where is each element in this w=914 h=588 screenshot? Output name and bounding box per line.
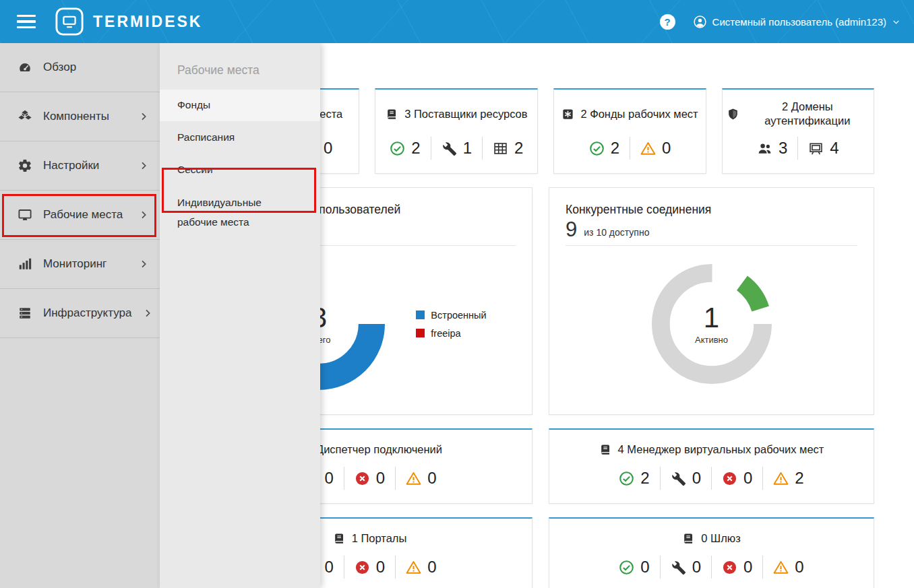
stat-error-circle: 0 [344,556,395,579]
flyout-item-raspisaniya[interactable]: Расписания [160,121,320,154]
sidebar-item-settings[interactable]: Настройки [0,141,160,191]
stat-error-circle: 0 [344,467,395,490]
chevron-down-icon [892,18,901,26]
available-label: из 10 доступно [584,227,649,240]
sidebar-item-label: Настройки [43,159,127,172]
journal-icon [333,532,346,545]
infrastructure-icon [18,306,32,321]
stat-value: 2 [795,469,803,488]
stat-value: 0 [743,469,752,488]
brand: TERMIDESK [55,7,202,36]
stat-error-circle: 0 [711,467,762,490]
chart-legend: Встроенный freeipa [416,310,486,339]
flyout-item-sessii[interactable]: Сессии [160,154,320,187]
sidebar-item-workplaces[interactable]: Рабочие места [0,191,160,240]
warning-triangle-icon [640,141,656,156]
warning-triangle-icon [773,471,789,486]
sidebar-item-infrastructure[interactable]: Инфраструктура [0,289,160,338]
chevron-right-icon [138,111,149,122]
stat-check-circle: 2 [379,137,430,160]
card-title-text: 1 Порталы [352,531,407,546]
legend-label: freeipa [431,328,460,339]
legend-swatch [416,329,425,337]
gateway-card: 0 Шлюз 0000 [549,517,874,588]
chevron-right-icon [138,209,149,220]
shield-icon [727,108,739,121]
user-name: Системный пользователь (admin123) [712,16,886,28]
warning-triangle-icon [406,471,421,486]
card-subtitle: 9 из 10 доступно [566,217,857,245]
stat-value: 0 [795,558,803,577]
stat-value: 0 [324,139,332,158]
stat-check-circle: 0 [609,556,659,579]
chevron-right-icon [138,160,149,171]
check-circle-icon [619,560,634,575]
connections-donut-chart: 1 Активно [652,264,772,384]
help-button[interactable]: ? [660,14,675,30]
stat-value: 0 [427,558,436,577]
sidebar-item-label: Рабочие места [43,208,127,222]
top-bar: TERMIDESK ? Системный пользователь (admi… [0,0,914,43]
stats-row: 2002 [553,467,870,490]
components-icon [18,109,32,124]
wrench-icon [441,141,457,156]
flyout-item-fondy[interactable]: Фонды [160,90,320,121]
error-circle-icon [355,471,370,486]
monitoring-icon [18,257,32,271]
check-circle-icon [390,141,405,156]
card-auth-domains: 2 Домены аутентификации 34 [722,88,874,174]
monitor-icon [18,207,32,222]
journal-icon [386,108,398,121]
flyout-item-individual-workplaces[interactable]: Индивидуальные рабочие места [160,187,320,238]
stats-row: 0000 [553,556,870,579]
menu-button[interactable] [17,15,37,29]
card-title: 3 Поставщики ресурсов [379,96,533,131]
sidebar-item-monitoring[interactable]: Мониторинг [0,240,160,289]
stat-value: 0 [427,469,436,488]
warning-triangle-icon [406,560,421,575]
sidebar-item-components[interactable]: Компоненты [0,92,160,141]
user-menu[interactable]: Системный пользователь (admin123) [693,15,901,29]
check-circle-icon [589,141,605,156]
card-workplace-fonds: 2 Фонды рабочих мест 20 [553,88,706,174]
journal-icon [682,532,695,545]
person-icon [693,15,707,29]
error-circle-icon [722,471,737,486]
stat-value: 4 [830,139,839,158]
stat-value: 0 [376,469,385,488]
error-circle-icon [722,560,737,575]
termidesk-app: TERMIDESK ? Системный пользователь (admi… [0,0,914,588]
stat-value: 0 [640,558,649,577]
legend-swatch [416,311,425,319]
sidebar-item-overview[interactable]: Обзор [0,43,160,92]
stat-value: 2 [514,139,523,158]
stat-check-circle: 2 [579,137,630,160]
stat-wrench: 0 [660,467,711,490]
stat-value: 0 [376,558,385,577]
stat-value: 1 [463,139,472,158]
card-title-text: 2 Домены аутентификации [745,100,870,127]
stats-row: 212 [379,137,533,160]
stat-wrench: 0 [660,556,711,579]
card-resource-providers: 3 Поставщики ресурсов 212 [375,88,538,174]
fond-icon [561,108,574,121]
stat-value: 3 [779,139,787,158]
card-title: 0 Шлюз [553,527,870,549]
vdi-manager-card: 4 Менеджер виртуальных рабочих мест 2002 [549,428,874,504]
stat-check-circle: 2 [609,467,659,490]
card-title: 2 Фонды рабочих мест [558,96,701,131]
wrench-icon [671,560,686,575]
card-title: 4 Менеджер виртуальных рабочих мест [553,438,870,460]
journal-icon [599,443,612,456]
legend-item: freeipa [416,328,486,339]
error-circle-icon [355,560,370,575]
stat-wrench: 1 [431,137,482,160]
stat-value: 0 [324,558,333,577]
brand-name: TERMIDESK [93,13,202,31]
dashboard-icon [18,60,32,75]
card-title-text: 3 Поставщики ресурсов [404,107,527,121]
stat-warning-triangle: 0 [395,467,446,490]
warning-triangle-icon [773,560,789,575]
wrench-icon [671,471,686,486]
card-title-text: 0 Шлюз [701,531,740,546]
